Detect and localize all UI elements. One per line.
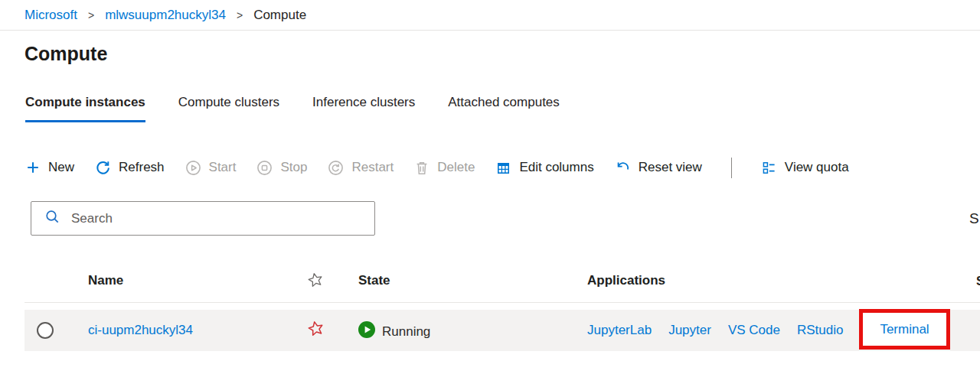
app-link-jupyterlab[interactable]: JupyterLab	[587, 323, 652, 338]
star-outline-icon[interactable]	[307, 272, 324, 291]
state-label: Running	[382, 324, 430, 340]
reset-view-button-label: Reset view	[639, 160, 702, 175]
stop-button-label: Stop	[280, 160, 307, 175]
tab-compute-instances[interactable]: Compute instances	[25, 95, 145, 122]
refresh-button[interactable]: Refresh	[95, 160, 165, 176]
breadcrumb: Microsoft > mlwsuupm2huckyl34 > Compute	[0, 0, 980, 31]
restart-circle-icon	[328, 160, 344, 176]
compute-instance-link[interactable]: ci-uupm2huckyl34	[88, 323, 193, 338]
clipped-text-header-row: S	[976, 275, 980, 288]
trash-icon	[414, 160, 430, 176]
delete-button-label: Delete	[437, 160, 475, 175]
search-icon	[44, 209, 60, 228]
toolbar-divider	[731, 158, 732, 178]
new-button-label: New	[48, 160, 74, 175]
refresh-button-label: Refresh	[119, 160, 165, 175]
header-divider	[24, 302, 980, 303]
table-columns-icon	[495, 160, 511, 176]
table-row[interactable]: ci-uupm2huckyl34 Running JupyterLab Jupy…	[24, 310, 980, 351]
start-button[interactable]: Start	[185, 160, 237, 176]
breadcrumb-current-page: Compute	[253, 8, 306, 23]
row-radio-button[interactable]	[37, 322, 54, 339]
app-link-rstudio[interactable]: RStudio	[797, 323, 843, 338]
tab-attached-computes[interactable]: Attached computes	[448, 95, 560, 122]
reset-view-button[interactable]: Reset view	[615, 160, 702, 176]
breadcrumb-link-workspace[interactable]: mlwsuupm2huckyl34	[105, 8, 226, 23]
edit-columns-button[interactable]: Edit columns	[495, 160, 593, 176]
breadcrumb-link-microsoft[interactable]: Microsoft	[24, 8, 77, 23]
edit-columns-button-label: Edit columns	[519, 160, 593, 175]
column-header-name[interactable]: Name	[88, 273, 123, 288]
chevron-right-icon: >	[237, 9, 243, 21]
clipped-text-filter-row: S	[969, 210, 979, 227]
search-input[interactable]	[70, 210, 374, 227]
app-link-terminal[interactable]: Terminal	[880, 322, 929, 337]
new-button[interactable]: New	[25, 160, 74, 175]
applications-cell: JupyterLab Jupyter VS Code RStudio	[587, 323, 843, 338]
compute-page: Microsoft > mlwsuupm2huckyl34 > Compute …	[0, 0, 980, 374]
tab-compute-clusters[interactable]: Compute clusters	[178, 95, 279, 122]
column-header-applications[interactable]: Applications	[587, 273, 665, 288]
app-link-jupyter[interactable]: Jupyter	[668, 323, 711, 338]
restart-button[interactable]: Restart	[328, 160, 394, 176]
chevron-right-icon: >	[88, 9, 94, 21]
page-title: Compute	[24, 43, 107, 65]
app-link-vscode[interactable]: VS Code	[728, 323, 780, 338]
delete-button[interactable]: Delete	[414, 160, 475, 176]
play-circle-icon	[185, 160, 201, 176]
column-header-state[interactable]: State	[358, 273, 390, 288]
refresh-icon	[95, 160, 111, 176]
view-quota-button[interactable]: View quota	[761, 160, 849, 176]
tab-bar: Compute instances Compute clusters Infer…	[25, 95, 560, 122]
stop-circle-icon	[256, 160, 273, 176]
favorite-star-icon[interactable]	[307, 320, 325, 340]
tab-inference-clusters[interactable]: Inference clusters	[312, 95, 415, 122]
search-box	[31, 201, 375, 236]
plus-icon	[25, 160, 41, 175]
quota-list-icon	[761, 160, 777, 176]
running-status-icon	[358, 321, 375, 342]
view-quota-button-label: View quota	[785, 160, 849, 175]
terminal-highlight-annotation: Terminal	[859, 309, 950, 350]
toolbar: New Refresh Start Stop Restart	[25, 152, 849, 183]
restart-button-label: Restart	[351, 160, 394, 175]
start-button-label: Start	[209, 160, 237, 175]
stop-button[interactable]: Stop	[256, 160, 307, 176]
state-cell: Running	[358, 321, 430, 342]
undo-arrow-icon	[615, 160, 631, 176]
